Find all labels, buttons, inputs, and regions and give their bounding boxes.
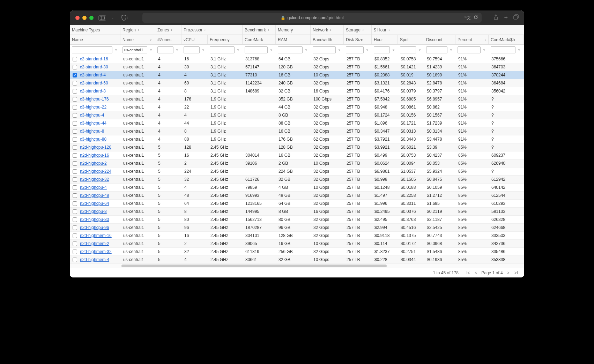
- table-row[interactable]: n2d-highmem-2us-central1522.45 GHz390651…: [70, 240, 524, 248]
- maximize-window-button[interactable]: [89, 16, 94, 20]
- machine-type-link[interactable]: n2d-highmem-2: [80, 241, 109, 246]
- row-checkbox[interactable]: [73, 65, 77, 69]
- row-checkbox[interactable]: [73, 169, 77, 174]
- row-checkbox[interactable]: [73, 137, 77, 142]
- table-row[interactable]: n2d-highmem-16us-central15162.45 GHz3041…: [70, 232, 524, 240]
- horizontal-scrollbar[interactable]: [70, 263, 524, 268]
- col-ram[interactable]: RAM: [276, 35, 311, 44]
- group-benchmark[interactable]: Benchmark›: [243, 25, 276, 35]
- machine-type-link[interactable]: n2d-highcpu-4: [80, 185, 107, 190]
- table-row[interactable]: n2d-highmem-4us-central1542.45 GHz806613…: [70, 256, 524, 263]
- machine-type-link[interactable]: n2d-highmem-4: [80, 257, 109, 262]
- row-checkbox[interactable]: [73, 153, 77, 158]
- table-row[interactable]: n2d-highcpu-48us-central15482.45 GHz9169…: [70, 192, 524, 200]
- col-region-name[interactable]: Name▿: [120, 35, 155, 44]
- filter-name-input[interactable]: [72, 46, 112, 53]
- row-checkbox[interactable]: [73, 57, 77, 61]
- row-checkbox[interactable]: [73, 225, 77, 230]
- machine-type-link[interactable]: n2d-highcpu-64: [80, 201, 109, 206]
- table-row[interactable]: n2d-highcpu-64us-central15642.45 GHz1218…: [70, 200, 524, 208]
- group-zones[interactable]: Zones›: [155, 25, 181, 35]
- col-coremark-per-hour[interactable]: CoreMark/$h: [489, 35, 524, 44]
- row-checkbox[interactable]: [73, 129, 77, 134]
- row-checkbox[interactable]: [73, 201, 77, 206]
- table-row[interactable]: c2-standard-16us-central14163.1 GHz31376…: [70, 55, 524, 63]
- row-checkbox[interactable]: [73, 209, 77, 214]
- new-tab-button[interactable]: +: [504, 14, 508, 22]
- funnel-icon[interactable]: ▿: [304, 48, 309, 52]
- funnel-icon[interactable]: ▿: [149, 48, 153, 52]
- row-checkbox[interactable]: [73, 177, 77, 182]
- next-page-button[interactable]: >: [506, 270, 510, 275]
- table-row[interactable]: n2d-highcpu-16us-central15162.45 GHz3040…: [70, 151, 524, 159]
- table-row[interactable]: n2d-highcpu-128us-central151282.45 GHz12…: [70, 143, 524, 151]
- table-row[interactable]: n2d-highcpu-32us-central15322.45 GHz6117…: [70, 176, 524, 184]
- table-row[interactable]: c3-highcpu-8us-central1481.9 GHz16 GB32 …: [70, 127, 524, 135]
- col-hour[interactable]: Hour: [372, 35, 398, 44]
- row-checkbox[interactable]: [73, 242, 77, 246]
- filter-ram-input[interactable]: [278, 46, 303, 53]
- machine-type-link[interactable]: n2d-highcpu-48: [80, 193, 109, 198]
- group-machine-types[interactable]: Machine Types: [70, 25, 120, 35]
- forward-button[interactable]: 〉: [126, 15, 131, 21]
- table-row[interactable]: n2d-highmem-32us-central15322.45 GHz6118…: [70, 248, 524, 256]
- machine-type-link[interactable]: n2d-highcpu-16: [80, 153, 109, 158]
- first-page-button[interactable]: I<: [466, 270, 470, 275]
- row-checkbox[interactable]: [73, 193, 77, 198]
- row-checkbox[interactable]: [73, 121, 77, 126]
- machine-type-link[interactable]: n2d-highcpu-224: [80, 169, 111, 174]
- group-network[interactable]: Network›: [311, 25, 344, 35]
- funnel-icon[interactable]: ▿: [201, 48, 206, 52]
- col-vcpu[interactable]: vCPU: [181, 35, 208, 44]
- row-checkbox[interactable]: [73, 97, 77, 102]
- funnel-icon[interactable]: ▿: [236, 48, 240, 52]
- funnel-icon[interactable]: ▿: [337, 48, 342, 52]
- row-checkbox[interactable]: [73, 81, 77, 86]
- group-hour[interactable]: $ Hour‹: [372, 25, 524, 35]
- funnel-icon[interactable]: ▿: [175, 48, 179, 52]
- funnel-icon[interactable]: ▿: [391, 48, 396, 52]
- translate-icon[interactable]: ᴳ文: [465, 15, 471, 21]
- scroll-thumb[interactable]: [121, 265, 387, 267]
- col-percent[interactable]: Percent↓: [455, 35, 489, 44]
- filter-disk-input[interactable]: [346, 46, 364, 53]
- table-row[interactable]: c2-standard-60us-central14603.1 GHz11422…: [70, 79, 524, 87]
- machine-type-link[interactable]: c3-highcpu-176: [80, 97, 109, 102]
- row-checkbox[interactable]: [73, 89, 77, 94]
- funnel-icon[interactable]: ▿: [449, 48, 453, 52]
- table-row[interactable]: n2d-highcpu-2us-central1522.45 GHz391062…: [70, 159, 524, 168]
- group-prozessor[interactable]: Prozessor›: [181, 25, 243, 35]
- filter-zones-input[interactable]: [157, 46, 173, 53]
- table-row[interactable]: n2d-highcpu-80us-central15802.45 GHz1562…: [70, 216, 524, 224]
- col-name[interactable]: Name: [70, 35, 120, 44]
- machine-type-link[interactable]: c3-highcpu-4: [80, 113, 104, 118]
- funnel-icon[interactable]: ▿: [482, 48, 487, 52]
- machine-type-link[interactable]: c3-highcpu-44: [80, 121, 106, 126]
- group-region[interactable]: Region›: [120, 25, 155, 35]
- group-memory[interactable]: Memory: [276, 25, 311, 35]
- filter-hour-input[interactable]: [374, 46, 390, 53]
- table-row[interactable]: c3-highcpu-22us-central14221.9 GHz44 GB3…: [70, 103, 524, 111]
- table-row[interactable]: c2-standard-30us-central14303.1 GHz57114…: [70, 63, 524, 71]
- filter-cmh-input[interactable]: [491, 46, 515, 53]
- close-window-button[interactable]: [75, 16, 80, 20]
- prev-page-button[interactable]: <: [474, 270, 478, 275]
- machine-type-link[interactable]: n2d-highmem-16: [80, 233, 112, 238]
- funnel-icon[interactable]: ▿: [269, 48, 274, 52]
- row-checkbox[interactable]: ✓: [73, 73, 77, 77]
- filter-disc-input[interactable]: [426, 46, 447, 53]
- table-row[interactable]: n2d-highcpu-96us-central15962.45 GHz1870…: [70, 224, 524, 232]
- machine-type-link[interactable]: c3-highcpu-22: [80, 105, 106, 110]
- machine-type-link[interactable]: c2-standard-8: [80, 89, 106, 94]
- machine-type-link[interactable]: c2-standard-30: [80, 65, 108, 69]
- filter-region-input[interactable]: [122, 46, 147, 53]
- share-button[interactable]: [493, 14, 498, 22]
- sidebar-toggle-button[interactable]: [98, 15, 106, 21]
- minimize-window-button[interactable]: [82, 16, 87, 20]
- machine-type-link[interactable]: n2d-highcpu-8: [80, 209, 107, 214]
- row-checkbox[interactable]: [73, 161, 77, 166]
- machine-type-link[interactable]: n2d-highcpu-80: [80, 217, 109, 222]
- table-row[interactable]: c3-highcpu-88us-central14881.9 GHz176 GB…: [70, 135, 524, 143]
- row-checkbox[interactable]: [73, 113, 77, 118]
- col-zones[interactable]: #Zones: [155, 35, 181, 44]
